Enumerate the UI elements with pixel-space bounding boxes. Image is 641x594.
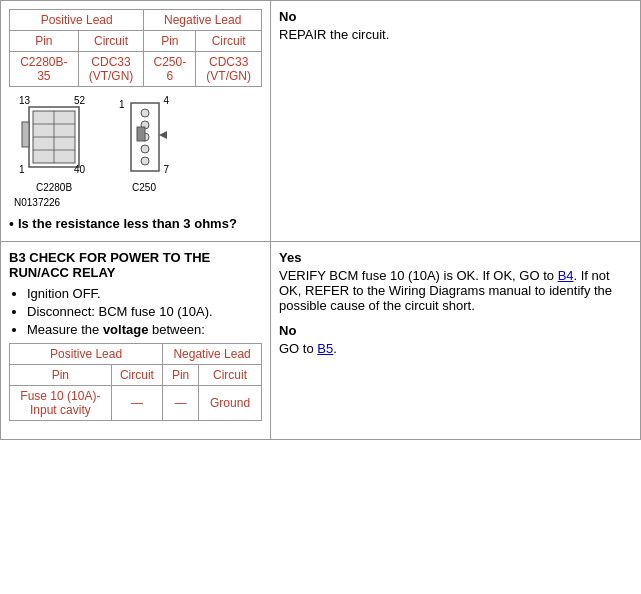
main-layout: Positive Lead Negative Lead Pin Circuit … (0, 0, 641, 440)
svg-rect-13 (137, 127, 145, 141)
b4-link[interactable]: B4 (558, 268, 574, 283)
no-text: GO to B5. (279, 341, 632, 356)
svg-marker-14 (159, 131, 167, 139)
steps-list: Ignition OFF. Disconnect: BCM fuse 10 (1… (27, 286, 262, 337)
step-ignition: Ignition OFF. (27, 286, 262, 301)
pin-4-label: 4 (163, 95, 169, 106)
step-measure-text: Measure the voltage between: (27, 322, 205, 337)
section-id: B3 (9, 250, 26, 265)
step-measure: Measure the voltage between: (27, 322, 262, 337)
no-label-b3: No (279, 323, 632, 338)
pin-col-header-2: Pin (144, 31, 196, 52)
no-text-part1: GO to (279, 341, 317, 356)
pin-1-label: 1 (19, 164, 25, 175)
b3-pos-circuit: — (111, 385, 162, 420)
yes-text-part1: VERIFY BCM fuse 10 (10A) is OK. If OK, G… (279, 268, 558, 283)
c250-svg (119, 97, 169, 177)
step-disconnect-text: Disconnect: BCM fuse 10 (10A). (27, 304, 213, 319)
c250-label: C250 (119, 182, 169, 193)
section-title: CHECK FOR POWER TO THE RUN/ACC RELAY (9, 250, 210, 280)
voltage-table: Positive Lead Negative Lead Pin Circuit … (9, 343, 262, 421)
negative-lead-header: Negative Lead (144, 10, 262, 31)
b3-neg-pin: — (163, 385, 199, 420)
b5-link[interactable]: B5 (317, 341, 333, 356)
circuit-col-b3-1: Circuit (111, 364, 162, 385)
question-bold: Is the resistance less than 3 ohms? (18, 216, 237, 231)
svg-point-12 (141, 157, 149, 165)
yes-text: VERIFY BCM fuse 10 (10A) is OK. If OK, G… (279, 268, 632, 313)
resistance-table: Positive Lead Negative Lead Pin Circuit … (9, 9, 262, 87)
svg-rect-6 (22, 122, 29, 147)
bottom-left-cell: B3 CHECK FOR POWER TO THE RUN/ACC RELAY … (1, 242, 271, 439)
neg-lead-header-b3: Negative Lead (163, 343, 262, 364)
top-right-cell: No REPAIR the circuit. (271, 1, 640, 242)
svg-point-11 (141, 145, 149, 153)
pin-1-c250-label: 1 (119, 99, 125, 110)
table-row-b3: Fuse 10 (10A)-Input cavity — — Ground (10, 385, 262, 420)
pin-52-label: 52 (74, 95, 85, 106)
no-answer-block: No REPAIR the circuit. (279, 9, 632, 42)
no-answer-block-b3: No GO to B5. (279, 323, 632, 356)
connector-diagram: 13 52 1 40 C2280B (19, 97, 262, 193)
yes-label: Yes (279, 250, 632, 265)
neg-pin: C250-6 (144, 52, 196, 87)
repair-text: REPAIR the circuit. (279, 27, 632, 42)
step-disconnect: Disconnect: BCM fuse 10 (10A). (27, 304, 262, 319)
circuit-col-header-1: Circuit (78, 31, 144, 52)
b3-pos-pin: Fuse 10 (10A)-Input cavity (10, 385, 112, 420)
voltage-bold: voltage (103, 322, 149, 337)
pin-7-label: 7 (163, 164, 169, 175)
pos-circuit: CDC33(VT/GN) (78, 52, 144, 87)
question-container: Is the resistance less than 3 ohms? (9, 216, 262, 233)
b3-neg-circuit: Ground (199, 385, 262, 420)
c2280b-label: C2280B (19, 182, 89, 193)
pos-pin: C2280B-35 (10, 52, 79, 87)
question-bullet: Is the resistance less than 3 ohms? (9, 216, 262, 233)
table-row: C2280B-35 CDC33(VT/GN) C250-6 CDC33(VT/G… (10, 52, 262, 87)
positive-lead-header: Positive Lead (10, 10, 144, 31)
pin-40-label: 40 (74, 164, 85, 175)
pin-col-b3-2: Pin (163, 364, 199, 385)
pos-lead-header-b3: Positive Lead (10, 343, 163, 364)
bottom-right-cell: Yes VERIFY BCM fuse 10 (10A) is OK. If O… (271, 242, 640, 439)
section-header: B3 CHECK FOR POWER TO THE RUN/ACC RELAY (9, 250, 262, 280)
no-label-top: No (279, 9, 632, 24)
pin-col-b3-1: Pin (10, 364, 112, 385)
circuit-col-header-2: Circuit (196, 31, 262, 52)
no-text-part3: . (333, 341, 337, 356)
step-ignition-text: Ignition OFF. (27, 286, 101, 301)
top-left-cell: Positive Lead Negative Lead Pin Circuit … (1, 1, 271, 242)
svg-point-8 (141, 109, 149, 117)
connector-c250-wrapper: 4 7 1 C250 (119, 97, 169, 193)
connector-c2280b-wrapper: 13 52 1 40 C2280B (19, 97, 89, 193)
circuit-col-b3-2: Circuit (199, 364, 262, 385)
pin-13-label: 13 (19, 95, 30, 106)
n-label: N0137226 (14, 197, 262, 208)
yes-answer-block: Yes VERIFY BCM fuse 10 (10A) is OK. If O… (279, 250, 632, 313)
neg-circuit: CDC33(VT/GN) (196, 52, 262, 87)
pin-col-header-1: Pin (10, 31, 79, 52)
question-text: Is the resistance less than 3 ohms? (18, 216, 237, 231)
